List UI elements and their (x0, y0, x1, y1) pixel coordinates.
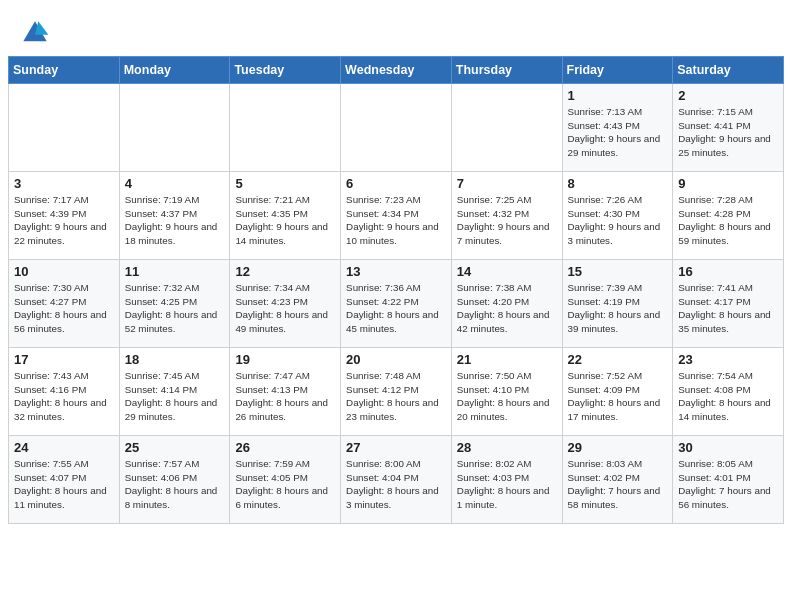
weekday-sunday: Sunday (9, 57, 120, 84)
day-number: 4 (125, 176, 225, 191)
day-number: 18 (125, 352, 225, 367)
day-info: Sunrise: 8:02 AM Sunset: 4:03 PM Dayligh… (457, 457, 557, 512)
day-info: Sunrise: 7:52 AM Sunset: 4:09 PM Dayligh… (568, 369, 668, 424)
weekday-thursday: Thursday (451, 57, 562, 84)
calendar-wrap: SundayMondayTuesdayWednesdayThursdayFrid… (0, 56, 792, 532)
day-info: Sunrise: 7:41 AM Sunset: 4:17 PM Dayligh… (678, 281, 778, 336)
calendar-cell: 7Sunrise: 7:25 AM Sunset: 4:32 PM Daylig… (451, 172, 562, 260)
calendar-cell: 25Sunrise: 7:57 AM Sunset: 4:06 PM Dayli… (119, 436, 230, 524)
calendar-cell: 18Sunrise: 7:45 AM Sunset: 4:14 PM Dayli… (119, 348, 230, 436)
calendar-cell: 22Sunrise: 7:52 AM Sunset: 4:09 PM Dayli… (562, 348, 673, 436)
day-number: 10 (14, 264, 114, 279)
day-number: 13 (346, 264, 446, 279)
day-number: 16 (678, 264, 778, 279)
day-info: Sunrise: 7:47 AM Sunset: 4:13 PM Dayligh… (235, 369, 335, 424)
calendar-table: SundayMondayTuesdayWednesdayThursdayFrid… (8, 56, 784, 524)
calendar-cell: 3Sunrise: 7:17 AM Sunset: 4:39 PM Daylig… (9, 172, 120, 260)
weekday-tuesday: Tuesday (230, 57, 341, 84)
day-info: Sunrise: 8:05 AM Sunset: 4:01 PM Dayligh… (678, 457, 778, 512)
day-info: Sunrise: 7:28 AM Sunset: 4:28 PM Dayligh… (678, 193, 778, 248)
calendar-cell: 1Sunrise: 7:13 AM Sunset: 4:43 PM Daylig… (562, 84, 673, 172)
day-number: 29 (568, 440, 668, 455)
week-row-1: 1Sunrise: 7:13 AM Sunset: 4:43 PM Daylig… (9, 84, 784, 172)
day-info: Sunrise: 7:45 AM Sunset: 4:14 PM Dayligh… (125, 369, 225, 424)
calendar-cell: 13Sunrise: 7:36 AM Sunset: 4:22 PM Dayli… (341, 260, 452, 348)
day-number: 2 (678, 88, 778, 103)
day-number: 7 (457, 176, 557, 191)
day-number: 28 (457, 440, 557, 455)
day-number: 25 (125, 440, 225, 455)
calendar-cell: 17Sunrise: 7:43 AM Sunset: 4:16 PM Dayli… (9, 348, 120, 436)
calendar-cell: 5Sunrise: 7:21 AM Sunset: 4:35 PM Daylig… (230, 172, 341, 260)
day-info: Sunrise: 7:32 AM Sunset: 4:25 PM Dayligh… (125, 281, 225, 336)
page-header (0, 0, 792, 56)
week-row-5: 24Sunrise: 7:55 AM Sunset: 4:07 PM Dayli… (9, 436, 784, 524)
calendar-cell: 6Sunrise: 7:23 AM Sunset: 4:34 PM Daylig… (341, 172, 452, 260)
day-number: 27 (346, 440, 446, 455)
day-info: Sunrise: 7:57 AM Sunset: 4:06 PM Dayligh… (125, 457, 225, 512)
calendar-cell (119, 84, 230, 172)
day-info: Sunrise: 7:54 AM Sunset: 4:08 PM Dayligh… (678, 369, 778, 424)
day-number: 6 (346, 176, 446, 191)
day-number: 24 (14, 440, 114, 455)
calendar-cell: 28Sunrise: 8:02 AM Sunset: 4:03 PM Dayli… (451, 436, 562, 524)
calendar-cell: 21Sunrise: 7:50 AM Sunset: 4:10 PM Dayli… (451, 348, 562, 436)
day-info: Sunrise: 7:17 AM Sunset: 4:39 PM Dayligh… (14, 193, 114, 248)
day-number: 19 (235, 352, 335, 367)
day-info: Sunrise: 7:36 AM Sunset: 4:22 PM Dayligh… (346, 281, 446, 336)
calendar-cell: 14Sunrise: 7:38 AM Sunset: 4:20 PM Dayli… (451, 260, 562, 348)
day-number: 17 (14, 352, 114, 367)
svg-marker-1 (35, 21, 48, 34)
day-info: Sunrise: 7:23 AM Sunset: 4:34 PM Dayligh… (346, 193, 446, 248)
day-info: Sunrise: 7:13 AM Sunset: 4:43 PM Dayligh… (568, 105, 668, 160)
calendar-cell (341, 84, 452, 172)
day-number: 1 (568, 88, 668, 103)
calendar-cell (230, 84, 341, 172)
day-info: Sunrise: 8:03 AM Sunset: 4:02 PM Dayligh… (568, 457, 668, 512)
day-number: 14 (457, 264, 557, 279)
week-row-3: 10Sunrise: 7:30 AM Sunset: 4:27 PM Dayli… (9, 260, 784, 348)
day-info: Sunrise: 7:43 AM Sunset: 4:16 PM Dayligh… (14, 369, 114, 424)
week-row-4: 17Sunrise: 7:43 AM Sunset: 4:16 PM Dayli… (9, 348, 784, 436)
calendar-cell: 11Sunrise: 7:32 AM Sunset: 4:25 PM Dayli… (119, 260, 230, 348)
day-number: 20 (346, 352, 446, 367)
weekday-monday: Monday (119, 57, 230, 84)
day-info: Sunrise: 7:48 AM Sunset: 4:12 PM Dayligh… (346, 369, 446, 424)
day-info: Sunrise: 7:19 AM Sunset: 4:37 PM Dayligh… (125, 193, 225, 248)
calendar-cell: 20Sunrise: 7:48 AM Sunset: 4:12 PM Dayli… (341, 348, 452, 436)
calendar-cell: 15Sunrise: 7:39 AM Sunset: 4:19 PM Dayli… (562, 260, 673, 348)
day-number: 30 (678, 440, 778, 455)
calendar-cell: 19Sunrise: 7:47 AM Sunset: 4:13 PM Dayli… (230, 348, 341, 436)
day-number: 26 (235, 440, 335, 455)
logo-icon (20, 18, 50, 48)
day-info: Sunrise: 7:21 AM Sunset: 4:35 PM Dayligh… (235, 193, 335, 248)
day-number: 15 (568, 264, 668, 279)
day-info: Sunrise: 7:34 AM Sunset: 4:23 PM Dayligh… (235, 281, 335, 336)
week-row-2: 3Sunrise: 7:17 AM Sunset: 4:39 PM Daylig… (9, 172, 784, 260)
day-number: 23 (678, 352, 778, 367)
weekday-header-row: SundayMondayTuesdayWednesdayThursdayFrid… (9, 57, 784, 84)
day-number: 9 (678, 176, 778, 191)
day-info: Sunrise: 7:55 AM Sunset: 4:07 PM Dayligh… (14, 457, 114, 512)
day-number: 22 (568, 352, 668, 367)
calendar-cell: 10Sunrise: 7:30 AM Sunset: 4:27 PM Dayli… (9, 260, 120, 348)
calendar-cell: 29Sunrise: 8:03 AM Sunset: 4:02 PM Dayli… (562, 436, 673, 524)
calendar-cell: 16Sunrise: 7:41 AM Sunset: 4:17 PM Dayli… (673, 260, 784, 348)
day-info: Sunrise: 7:50 AM Sunset: 4:10 PM Dayligh… (457, 369, 557, 424)
weekday-wednesday: Wednesday (341, 57, 452, 84)
day-info: Sunrise: 7:38 AM Sunset: 4:20 PM Dayligh… (457, 281, 557, 336)
day-info: Sunrise: 7:30 AM Sunset: 4:27 PM Dayligh… (14, 281, 114, 336)
calendar-cell: 23Sunrise: 7:54 AM Sunset: 4:08 PM Dayli… (673, 348, 784, 436)
weekday-friday: Friday (562, 57, 673, 84)
calendar-cell: 26Sunrise: 7:59 AM Sunset: 4:05 PM Dayli… (230, 436, 341, 524)
calendar-cell (9, 84, 120, 172)
calendar-cell: 2Sunrise: 7:15 AM Sunset: 4:41 PM Daylig… (673, 84, 784, 172)
calendar-cell: 8Sunrise: 7:26 AM Sunset: 4:30 PM Daylig… (562, 172, 673, 260)
weekday-saturday: Saturday (673, 57, 784, 84)
calendar-cell: 27Sunrise: 8:00 AM Sunset: 4:04 PM Dayli… (341, 436, 452, 524)
calendar-cell: 30Sunrise: 8:05 AM Sunset: 4:01 PM Dayli… (673, 436, 784, 524)
calendar-cell: 9Sunrise: 7:28 AM Sunset: 4:28 PM Daylig… (673, 172, 784, 260)
day-info: Sunrise: 8:00 AM Sunset: 4:04 PM Dayligh… (346, 457, 446, 512)
calendar-cell (451, 84, 562, 172)
calendar-cell: 12Sunrise: 7:34 AM Sunset: 4:23 PM Dayli… (230, 260, 341, 348)
